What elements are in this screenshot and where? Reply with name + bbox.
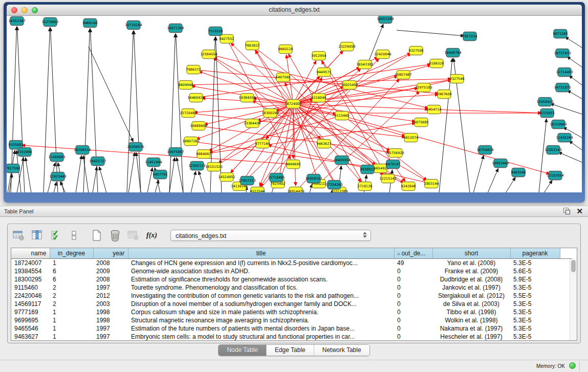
graph-node[interactable]: 9466160 — [83, 19, 98, 28]
graph-edge[interactable] — [550, 103, 582, 114]
graph-node[interactable]: 15756928 — [387, 149, 404, 158]
table-cell[interactable]: 5.3E-5 — [510, 333, 560, 341]
graph-node[interactable]: 16460910 — [187, 94, 204, 102]
graph-node[interactable]: 11435249 — [556, 134, 573, 142]
table-cell[interactable]: 2009 — [93, 267, 128, 275]
graph-node[interactable]: 19737433 — [554, 49, 571, 58]
table-cell[interactable]: 5.9E-5 — [510, 275, 560, 283]
table-cell[interactable]: Franke et al. (2009) — [432, 267, 510, 275]
graph-node[interactable]: 7515526 — [208, 27, 223, 36]
graph-node[interactable]: 11053143 — [545, 146, 561, 155]
graph-edge[interactable] — [473, 156, 484, 192]
graph-node[interactable]: 9465546 — [511, 168, 526, 177]
table-settings-icon[interactable] — [12, 229, 26, 242]
column-header-pagerank[interactable]: pagerank — [510, 248, 560, 258]
table-cell[interactable]: Nakamura et al. (1997) — [432, 324, 510, 333]
graph-node[interactable]: 16543382 — [356, 60, 373, 69]
table-cell[interactable]: 1 — [50, 324, 93, 333]
graph-node[interactable]: 16409954 — [333, 156, 350, 165]
table-cell[interactable]: 0 — [394, 292, 432, 300]
table-cell[interactable]: de Silva et al. (2003) — [432, 300, 510, 308]
table-cell[interactable]: 5.3E-5 — [510, 324, 560, 333]
table-cell[interactable]: Yano et al. (2008) — [432, 258, 510, 267]
graph-edge[interactable] — [128, 152, 135, 192]
graph-node[interactable]: 16553387 — [8, 17, 25, 26]
table-cell[interactable]: 0 — [394, 283, 432, 292]
graph-node[interactable]: 9327508 — [409, 47, 424, 55]
graph-node[interactable]: 15276602 — [41, 18, 58, 27]
table-cell[interactable]: 1 — [50, 316, 93, 324]
table-cell[interactable]: Jankovic et al. (1997) — [432, 283, 510, 292]
graph-edge[interactable] — [569, 76, 582, 85]
graph-node[interactable]: 16648784 — [444, 49, 461, 57]
graph-edge[interactable] — [26, 158, 31, 192]
graph-node[interactable]: 23364436 — [244, 119, 260, 128]
graph-edge[interactable] — [76, 156, 81, 192]
graph-edge[interactable] — [89, 47, 133, 142]
graph-node[interactable]: 15720487 — [180, 109, 197, 118]
table-cell[interactable]: Changes of HCN gene expression and I(f) … — [128, 258, 394, 267]
graph-node[interactable]: 15958410 — [536, 98, 553, 106]
table-cell[interactable]: Estimation of the future numbers of pati… — [128, 324, 394, 333]
table-cell[interactable]: 0 — [394, 333, 432, 341]
table-cell[interactable]: 1997 — [93, 283, 128, 292]
graph-node[interactable]: 6216049 — [312, 94, 326, 102]
graph-node[interactable]: 10688609 — [190, 122, 207, 130]
graph-edge[interactable] — [54, 182, 56, 192]
graph-node[interactable]: 18300295 — [262, 109, 278, 118]
network-window-titlebar[interactable]: citations_edges.txt — [7, 5, 582, 16]
table-row[interactable]: 969969511998Structural magnetic resonanc… — [11, 316, 572, 324]
graph-edge[interactable] — [90, 29, 98, 192]
table-cell[interactable]: 0 — [394, 267, 432, 275]
table-row[interactable]: 946362711997Embryonic stem cells: a mode… — [11, 333, 572, 341]
graph-node[interactable]: 8454714 — [427, 105, 442, 114]
table-cell[interactable]: 5.3E-5 — [510, 283, 560, 292]
graph-node[interactable]: 12505115 — [188, 162, 205, 170]
graph-node[interactable]: 9449575 — [317, 68, 332, 77]
table-cell[interactable]: 9777169 — [11, 308, 50, 316]
graph-node[interactable]: 14731870 — [554, 83, 571, 92]
table-cell[interactable]: Stergiakouli et al. (2012) — [432, 292, 510, 300]
hide-columns-icon[interactable] — [67, 229, 81, 242]
table-cell[interactable]: 2 — [50, 292, 93, 300]
graph-node[interactable]: 8938923 — [360, 165, 375, 174]
table-cell[interactable]: 5.3E-5 — [510, 316, 560, 324]
table-row[interactable]: 911546021997Tourette syndrome. Phenomeno… — [11, 283, 572, 292]
graph-node[interactable]: 3912954 — [312, 52, 326, 60]
graph-edge[interactable] — [83, 29, 90, 192]
table-cell[interactable]: Embryonic stem cells: a model to study s… — [128, 333, 394, 341]
table-cell[interactable]: Tibbo et al. (1998) — [432, 308, 510, 316]
graph-node[interactable]: 16958107 — [305, 174, 322, 183]
graph-edge[interactable] — [544, 180, 552, 192]
graph-edge[interactable] — [539, 119, 547, 192]
graph-edge[interactable] — [488, 168, 498, 192]
graph-node[interactable]: 16671358 — [167, 24, 184, 33]
graph-node[interactable]: 4522544 — [250, 187, 265, 193]
table-cell[interactable]: Disruption of a novel member of a sodium… — [128, 300, 394, 308]
graph-edge[interactable] — [568, 91, 582, 99]
table-cell[interactable]: 9115460 — [11, 283, 50, 292]
graph-node[interactable]: 9463627 — [317, 140, 332, 148]
graph-edge[interactable] — [134, 31, 141, 192]
column-header-short[interactable]: short — [432, 248, 510, 258]
table-cell[interactable]: 1997 — [93, 324, 128, 333]
graph-node[interactable]: 9875685 — [414, 118, 429, 127]
delete-table-icon[interactable] — [108, 229, 122, 242]
table-cell[interactable]: 2003 — [93, 300, 128, 308]
graph-edge[interactable] — [191, 171, 196, 192]
table-cell[interactable]: 1998 — [93, 308, 128, 316]
graph-node[interactable]: 12714493 — [556, 68, 573, 77]
graph-edge[interactable] — [293, 53, 411, 104]
table-row[interactable]: 946554611997Estimation of the future num… — [11, 324, 572, 333]
table-cell[interactable]: 9699695 — [11, 316, 50, 324]
table-cell[interactable]: 19384554 — [11, 267, 50, 275]
table-cell[interactable]: 0 — [394, 324, 432, 333]
graph-node[interactable]: 16151520 — [205, 163, 222, 171]
table-cell[interactable]: 6 — [50, 275, 93, 283]
graph-node[interactable]: 17957223 — [238, 177, 255, 185]
table-cell[interactable]: 9465546 — [11, 324, 50, 333]
tab-node-table[interactable]: Node Table — [219, 345, 267, 356]
column-header-name[interactable]: name — [11, 248, 50, 258]
table-cell[interactable]: Structural magnetic resonance image aver… — [128, 316, 394, 324]
table-cell[interactable]: Wolkin et al. (1998) — [432, 316, 510, 324]
